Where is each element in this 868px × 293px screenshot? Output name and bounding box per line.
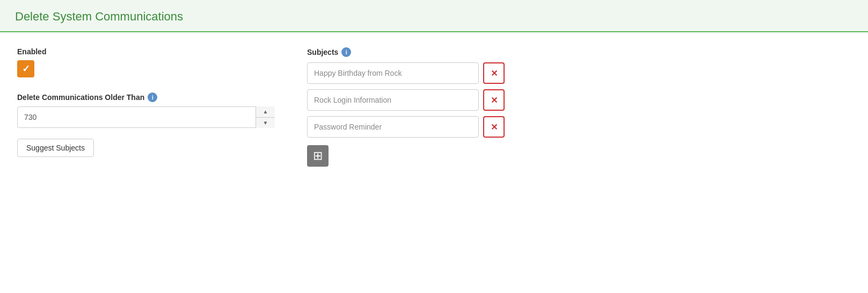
subjects-info-icon[interactable]: i	[341, 47, 351, 57]
subject-row-2: ✕	[307, 89, 851, 111]
add-subject-wrapper: ⊞	[307, 143, 851, 167]
subjects-list: ✕ ✕ ✕	[307, 62, 851, 167]
up-arrow-icon: ▲	[263, 109, 268, 115]
add-plus-icon: ⊞	[313, 149, 323, 163]
enabled-label: Enabled	[17, 47, 275, 56]
spinner-buttons: ▲ ▼	[256, 106, 275, 128]
delete-subject-3-button[interactable]: ✕	[483, 116, 505, 138]
page-content: Enabled ✓ Delete Communications Older Th…	[0, 32, 868, 182]
delete-older-than-info-icon[interactable]: i	[148, 92, 157, 102]
subject-row-1: ✕	[307, 62, 851, 84]
delete-x-icon-3: ✕	[491, 122, 498, 132]
delete-x-icon-1: ✕	[491, 68, 498, 78]
delete-older-than-input[interactable]	[17, 106, 275, 128]
subject-row-3: ✕	[307, 116, 851, 138]
page-container: Delete System Communications Enabled ✓ D…	[0, 0, 868, 293]
delete-older-than-field: ▲ ▼	[17, 106, 275, 128]
checkmark-icon: ✓	[22, 64, 30, 74]
left-panel: Enabled ✓ Delete Communications Older Th…	[17, 47, 275, 167]
delete-older-than-label: Delete Communications Older Than i	[17, 92, 275, 102]
right-panel: Subjects i ✕ ✕	[307, 47, 851, 167]
subjects-label: Subjects i	[307, 47, 851, 57]
add-subject-button[interactable]: ⊞	[307, 145, 329, 167]
delete-x-icon-2: ✕	[491, 95, 498, 105]
delete-subject-2-button[interactable]: ✕	[483, 89, 505, 111]
down-arrow-icon: ▼	[263, 120, 268, 126]
enabled-checkbox-wrapper: ✓	[17, 60, 275, 77]
suggest-subjects-button[interactable]: Suggest Subjects	[17, 139, 94, 157]
page-header: Delete System Communications	[0, 0, 868, 32]
subject-input-3[interactable]	[307, 116, 479, 138]
delete-subject-1-button[interactable]: ✕	[483, 62, 505, 84]
spinner-down-button[interactable]: ▼	[256, 118, 275, 128]
subject-input-2[interactable]	[307, 89, 479, 111]
subject-input-1[interactable]	[307, 62, 479, 84]
spinner-up-button[interactable]: ▲	[256, 106, 275, 118]
page-title: Delete System Communications	[15, 10, 853, 24]
enabled-checkbox[interactable]: ✓	[17, 60, 34, 77]
